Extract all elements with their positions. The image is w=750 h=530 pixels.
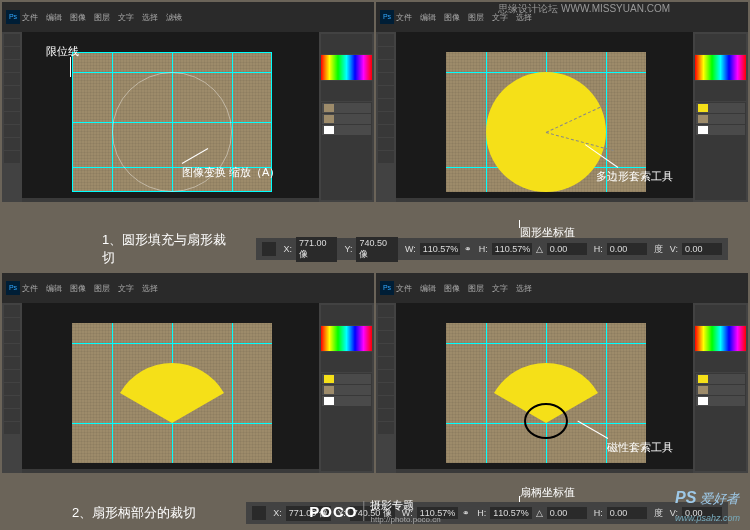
- angle-icon: △: [536, 244, 543, 254]
- magnetic-selection: [524, 403, 568, 439]
- y-value[interactable]: 740.50 像: [356, 237, 398, 262]
- layers-panel[interactable]: [695, 102, 746, 200]
- menubar: Ps 文件编辑图像图层文字选择滤镜: [2, 2, 374, 32]
- layers-panel[interactable]: [321, 102, 372, 200]
- watermark-top: 思缘设计论坛 WWW.MISSYUAN.COM: [498, 2, 670, 16]
- y-label: Y:: [344, 244, 352, 254]
- watermark-bottom-right: PS 爱好者 www.psahz.com: [675, 489, 740, 524]
- annotation-magnetic-lasso: 磁性套索工具: [607, 440, 673, 455]
- ps-panel-2: Ps 文件编辑图像图层文字选择 多边形套索工具: [376, 2, 748, 202]
- canvas[interactable]: [22, 303, 319, 469]
- step2-caption: 2、扇形柄部分的裁切: [72, 504, 196, 522]
- panels-dock[interactable]: [693, 303, 748, 473]
- annotation-handle-coords: 扇柄坐标值: [520, 485, 575, 500]
- link-icon[interactable]: ⚭: [464, 244, 472, 254]
- ps-logo-icon: Ps: [380, 10, 394, 24]
- ps-logo-icon: Ps: [6, 10, 20, 24]
- ref-point-icon[interactable]: [262, 242, 276, 256]
- menubar: Ps 文件编辑图像图层文字选择: [376, 273, 748, 303]
- ref-point-icon[interactable]: [252, 506, 266, 520]
- ps-panel-3: Ps 文件编辑图像图层文字选择: [2, 273, 374, 473]
- transform-options-bar[interactable]: X: 771.00 像 Y: 740.50 像 W: 110.57% ⚭ H: …: [256, 238, 728, 260]
- menubar: Ps 文件编辑图像图层文字选择: [2, 273, 374, 303]
- panels-dock[interactable]: [319, 32, 374, 202]
- layers-panel[interactable]: [695, 373, 746, 471]
- annotation-limit-line: 限位线: [46, 44, 79, 59]
- color-swatch[interactable]: [695, 326, 746, 351]
- color-swatch[interactable]: [321, 55, 372, 80]
- toolbox[interactable]: [2, 32, 22, 202]
- toolbox[interactable]: [2, 303, 22, 473]
- ps-logo-icon: Ps: [6, 281, 20, 295]
- panels-dock[interactable]: [693, 32, 748, 202]
- main-menu[interactable]: 文件编辑图像图层文字选择滤镜: [22, 12, 182, 23]
- w-label: W:: [405, 244, 416, 254]
- ps-panel-1: Ps 文件编辑图像图层文字选择滤镜 限位线: [2, 2, 374, 202]
- ps-panel-4: Ps 文件编辑图像图层文字选择 磁性套索工具: [376, 273, 748, 473]
- ps-logo-icon: Ps: [380, 281, 394, 295]
- color-swatch[interactable]: [321, 326, 372, 351]
- main-menu[interactable]: 文件编辑图像图层文字选择: [22, 283, 158, 294]
- x-value[interactable]: 771.00 像: [296, 237, 338, 262]
- h-value[interactable]: 110.57%: [492, 243, 532, 255]
- poco-watermark: POCO 摄影专题 http://photo.poco.cn: [309, 498, 440, 524]
- x-label: X:: [283, 244, 292, 254]
- skew-h-value[interactable]: 0.00: [607, 507, 647, 519]
- h-value[interactable]: 110.57%: [490, 507, 532, 519]
- main-menu[interactable]: 文件编辑图像图层文字选择: [396, 283, 532, 294]
- angle-icon: △: [536, 508, 543, 518]
- caption-row-1: 1、圆形填充与扇形裁切 X: 771.00 像 Y: 740.50 像 W: 1…: [2, 227, 748, 271]
- skew-v-value[interactable]: 0.00: [682, 243, 722, 255]
- annotation-transform: 图像变换 缩放（A）: [182, 165, 280, 180]
- layers-panel[interactable]: [321, 373, 372, 471]
- link-icon[interactable]: ⚭: [462, 508, 470, 518]
- h-label: H:: [479, 244, 488, 254]
- annotation-circle-coords: 圆形坐标值: [520, 225, 575, 240]
- angle-value[interactable]: 0.00: [547, 243, 587, 255]
- skew-h-value[interactable]: 0.00: [607, 243, 647, 255]
- color-swatch[interactable]: [695, 55, 746, 80]
- w-value[interactable]: 110.57%: [420, 243, 460, 255]
- yellow-fan-shape: [112, 343, 232, 433]
- annotation-lasso: 多边形套索工具: [596, 169, 673, 184]
- angle-value[interactable]: 0.00: [547, 507, 587, 519]
- toolbox[interactable]: [376, 303, 396, 473]
- toolbox[interactable]: [376, 32, 396, 202]
- step1-caption: 1、圆形填充与扇形裁切: [102, 231, 236, 267]
- panels-dock[interactable]: [319, 303, 374, 473]
